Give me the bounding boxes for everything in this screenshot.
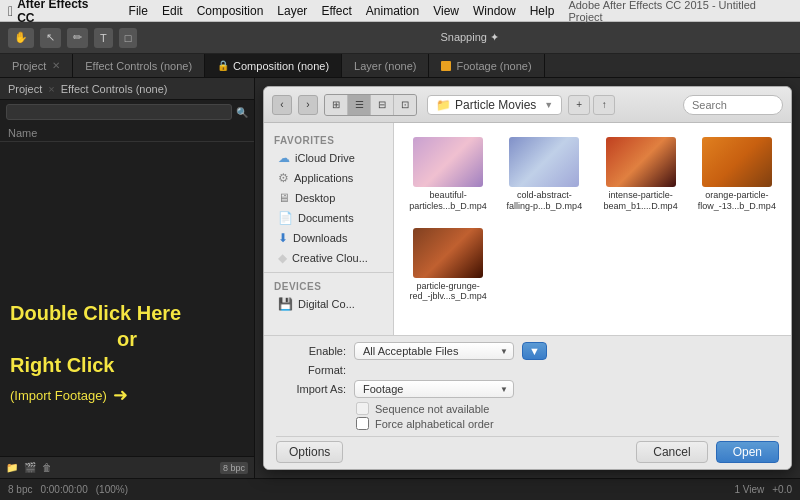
status-view: 1 View	[734, 484, 764, 495]
footage-icon	[441, 61, 451, 71]
tab-layer[interactable]: Layer (none)	[342, 54, 429, 77]
menu-layer[interactable]: Layer	[277, 4, 307, 18]
sidebar-item-creative-cloud[interactable]: ◆ Creative Clou...	[264, 248, 393, 268]
sidebar-item-digital[interactable]: 💾 Digital Co...	[264, 294, 393, 314]
tab-composition-lock[interactable]: 🔒	[217, 60, 229, 71]
status-timecode: 0:00:00:00	[40, 484, 87, 495]
pen-tool-btn[interactable]: ✏	[67, 28, 88, 48]
sidebar-item-applications[interactable]: ⚙ Applications	[264, 168, 393, 188]
file-item-grunge[interactable]: particle-grunge-red_-jblv...s_D.mp4	[404, 224, 492, 307]
applications-icon: ⚙	[278, 171, 289, 185]
menu-window[interactable]: Window	[473, 4, 516, 18]
file-item-cold[interactable]: cold-abstract-falling-p...b_D.mp4	[500, 133, 588, 216]
devices-section-label: Devices	[264, 277, 393, 294]
file-name-orange: orange-particle-flow_-13...b_D.mp4	[697, 190, 777, 212]
tab-footage[interactable]: Footage (none)	[429, 54, 544, 77]
enable-blue-btn[interactable]: ▼	[522, 342, 547, 360]
view-cover-btn[interactable]: ⊡	[394, 95, 416, 115]
menu-edit[interactable]: Edit	[162, 4, 183, 18]
tab-composition-label: Composition (none)	[233, 60, 329, 72]
enable-select[interactable]: All Acceptable Files	[354, 342, 514, 360]
sequence-checkbox[interactable]	[356, 402, 369, 415]
action-buttons: + ↑	[568, 95, 615, 115]
hand-tool-btn[interactable]: ✋	[8, 28, 34, 48]
sidebar-item-icloud[interactable]: ☁ iCloud Drive	[264, 148, 393, 168]
timecode-value: 0:00:00:00	[40, 484, 87, 495]
enable-select-wrapper: All Acceptable Files	[354, 342, 514, 360]
file-item-beautiful[interactable]: beautiful-particles...b_D.mp4	[404, 133, 492, 216]
tab-effect-controls-label: Effect Controls (none)	[85, 60, 192, 72]
tab-project[interactable]: Project ✕	[0, 54, 73, 77]
effect-controls-title: Effect Controls (none)	[61, 83, 168, 95]
app-name: After Effects CC	[17, 0, 108, 25]
sidebar-item-downloads[interactable]: ⬇ Downloads	[264, 228, 393, 248]
arrow-right-icon: ➜	[113, 384, 128, 406]
folder-dropdown-icon[interactable]: ▼	[544, 100, 553, 110]
thumb-orange	[702, 137, 772, 187]
thumb-beautiful	[413, 137, 483, 187]
enable-label: Enable:	[276, 345, 346, 357]
share-action-btn[interactable]: ↑	[593, 95, 615, 115]
applications-label: Applications	[294, 172, 353, 184]
new-folder-action-btn[interactable]: +	[568, 95, 590, 115]
menu-file[interactable]: File	[129, 4, 148, 18]
shape-tool-btn[interactable]: □	[119, 28, 138, 48]
file-name-cold: cold-abstract-falling-p...b_D.mp4	[504, 190, 584, 212]
menu-animation[interactable]: Animation	[366, 4, 419, 18]
icloud-icon: ☁	[278, 151, 290, 165]
dialog-toolbar: ‹ › ⊞ ☰ ⊟ ⊡ 📁 Particle Movies ▼ + ↑	[264, 87, 791, 123]
file-item-intense[interactable]: intense-particle-beam_b1....D.mp4	[597, 133, 685, 216]
menu-view[interactable]: View	[433, 4, 459, 18]
force-checkbox[interactable]	[356, 417, 369, 430]
project-panel-title: Project	[8, 83, 42, 95]
thumb-cold	[509, 137, 579, 187]
import-as-select-wrapper: Footage	[354, 380, 514, 398]
downloads-label: Downloads	[293, 232, 347, 244]
view-icon-btn[interactable]: ⊞	[325, 95, 347, 115]
statusbar: 8 bpc 0:00:00:00 (100%) 1 View +0.0	[0, 478, 800, 500]
view-columns-btn[interactable]: ⊟	[371, 95, 393, 115]
new-folder-icon[interactable]: 📁	[6, 462, 18, 473]
instruction-area[interactable]: Double Click Here or Right Click (Import…	[0, 290, 254, 416]
file-name-intense: intense-particle-beam_b1....D.mp4	[601, 190, 681, 212]
view-value: 1 View	[734, 484, 764, 495]
new-comp-icon[interactable]: 🎬	[24, 462, 36, 473]
dialog-content: Favorites ☁ iCloud Drive ⚙ Applications …	[264, 123, 791, 335]
options-button[interactable]: Options	[276, 441, 343, 463]
force-checkbox-label: Force alphabetical order	[375, 418, 494, 430]
tab-project-close[interactable]: ✕	[52, 60, 60, 71]
sidebar-item-desktop[interactable]: 🖥 Desktop	[264, 188, 393, 208]
import-as-select[interactable]: Footage	[354, 380, 514, 398]
view-list-btn[interactable]: ☰	[348, 95, 370, 115]
delete-icon[interactable]: 🗑	[42, 462, 52, 473]
tab-composition[interactable]: 🔒 Composition (none)	[205, 54, 342, 77]
cancel-button[interactable]: Cancel	[636, 441, 707, 463]
tab-effect-controls[interactable]: Effect Controls (none)	[73, 54, 205, 77]
menu-composition[interactable]: Composition	[197, 4, 264, 18]
file-name-beautiful: beautiful-particles...b_D.mp4	[408, 190, 488, 212]
import-as-label: Import As:	[276, 383, 346, 395]
digital-label: Digital Co...	[298, 298, 355, 310]
select-tool-btn[interactable]: ↖	[40, 28, 61, 48]
magnify-icon: 🔍	[236, 107, 248, 118]
desktop-label: Desktop	[295, 192, 335, 204]
zoom-value: (100%)	[96, 484, 128, 495]
import-label: (Import Footage) ➜	[10, 384, 244, 406]
dialog-search-input[interactable]	[683, 95, 783, 115]
open-button[interactable]: Open	[716, 441, 779, 463]
menu-help[interactable]: Help	[530, 4, 555, 18]
creative-cloud-icon: ◆	[278, 251, 287, 265]
double-click-label: Double Click Here	[10, 300, 244, 326]
menu-effect[interactable]: Effect	[321, 4, 351, 18]
text-tool-btn[interactable]: T	[94, 28, 113, 48]
status-zoom: (100%)	[96, 484, 128, 495]
format-label: Format:	[276, 364, 346, 376]
nav-back-btn[interactable]: ‹	[272, 95, 292, 115]
nav-forward-btn[interactable]: ›	[298, 95, 318, 115]
thumb-grunge	[413, 228, 483, 278]
sequence-checkbox-label: Sequence not available	[375, 403, 489, 415]
project-search-input[interactable]	[6, 104, 232, 120]
sidebar-item-documents[interactable]: 📄 Documents	[264, 208, 393, 228]
file-item-orange[interactable]: orange-particle-flow_-13...b_D.mp4	[693, 133, 781, 216]
file-name-grunge: particle-grunge-red_-jblv...s_D.mp4	[408, 281, 488, 303]
